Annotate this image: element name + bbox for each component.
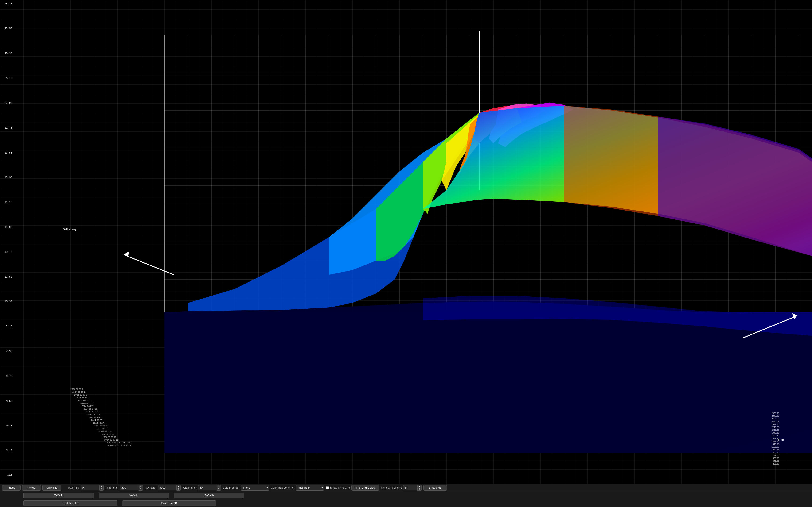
time-grid-width-spinner[interactable]: 5 ▲ ▼ (403, 485, 421, 491)
roi-min-spinner[interactable]: 0 ▲ ▼ (81, 485, 104, 491)
colormap-select[interactable]: gist_ncar jet viridis plasma hot cool (296, 485, 324, 491)
y-axis-tick: 60.78 (5, 375, 12, 378)
x-axis-date: 2024-06-27 1: (70, 388, 131, 390)
svg-marker-64 (123, 251, 129, 257)
wave-axis-tick: 1949.35 (771, 432, 779, 434)
x-calib-button[interactable]: X-Calib (23, 493, 94, 498)
x-axis-date: 2024-06-27 11: (99, 430, 131, 433)
wave-bins-up[interactable]: ▲ (217, 485, 221, 488)
wave-axis-tick: 749.75 (772, 454, 779, 457)
y-axis-tick: 75.98 (5, 350, 12, 352)
wave-axis-tick: 599.80 (772, 457, 779, 459)
x-axis-date: 2024-06-27 1: (93, 422, 131, 424)
time-bins-group: Time bins: 300 ▲ ▼ (105, 485, 143, 491)
colormap-group: Colormap scheme: gist_ncar jet viridis p… (271, 485, 324, 491)
roi-size-up[interactable]: ▲ (176, 485, 181, 488)
pause-button[interactable]: Pause (2, 485, 21, 491)
y-axis-tick: 30.38 (5, 425, 12, 427)
svg-line-63 (127, 256, 174, 275)
time-grid-width-label: Time Grid Width: (381, 486, 402, 490)
time-grid-width-input[interactable]: 5 (403, 485, 417, 490)
show-time-grid-label[interactable]: Show Time Grid (330, 486, 350, 490)
roi-size-input[interactable]: 3000 (158, 485, 176, 490)
wave-bins-spinner[interactable]: 40 ▲ ▼ (198, 485, 221, 491)
calc-method-label: Calc method: (223, 486, 240, 490)
x-axis-date: 2024-06-27 1: (89, 416, 131, 418)
y-axis-tick: 258.38 (5, 52, 12, 55)
controls-bar: Pause Pickle UnPickle ROI min: 0 ▲ ▼ Tim… (0, 484, 812, 507)
x-axis-date: 2024-06-27 1: (76, 396, 131, 399)
roi-min-input[interactable]: 0 (81, 485, 99, 490)
x-axis-dates: 2024-06-27 1:2024-06-27 1:2024-06-27 1:2… (70, 388, 131, 446)
y-axis-tick: 15.18 (5, 449, 12, 452)
roi-size-group: ROI size: 3000 ▲ ▼ (145, 485, 181, 491)
time-bins-down[interactable]: ▼ (139, 488, 143, 491)
time-grid-colour-button[interactable]: Time Grid Colour (352, 485, 379, 491)
calc-method-group: Calc method: None Mean Max Sum (223, 485, 269, 491)
wave-axis-tick: 1049.65 (771, 449, 779, 451)
time-grid-width-up[interactable]: ▲ (417, 485, 421, 488)
wave-axis-tick: 2399.20 (771, 423, 779, 426)
snapshot-button[interactable]: Snapshot! (423, 485, 447, 491)
roi-min-label: ROI min: (68, 486, 79, 490)
y-axis-tick: 136.78 (5, 251, 12, 253)
y-axis-tick: 0.02 (5, 474, 12, 477)
roi-size-down[interactable]: ▼ (176, 488, 181, 491)
time-grid-width-down[interactable]: ▼ (417, 488, 421, 491)
roi-size-spinner[interactable]: 3000 ▲ ▼ (158, 485, 181, 491)
wave-bins-label: Wave bins: (183, 486, 196, 490)
y-axis-tick: 167.18 (5, 201, 12, 204)
roi-size-label: ROI size: (145, 486, 156, 490)
wave-axis-tick: 2699.10 (771, 417, 779, 420)
show-time-grid-group: Show Time Grid (326, 486, 350, 490)
wave-bins-group: Wave bins: 40 ▲ ▼ (183, 485, 221, 491)
switch-2d-button[interactable]: Switch to 2D (122, 500, 216, 506)
snapshot-group: Snapshot! (423, 485, 447, 491)
wave-bins-input[interactable]: 40 (198, 485, 217, 490)
z-calib-button[interactable]: Z-Calib (174, 493, 244, 498)
wave-axis-tick: 899.70 (772, 451, 779, 454)
wf-array-label-group: WF array (61, 227, 77, 231)
colormap-label: Colormap scheme: (271, 486, 295, 490)
time-bins-up[interactable]: ▲ (139, 485, 143, 488)
y-axis-tick: 91.18 (5, 325, 12, 328)
time-grid-width-group: Time Grid Width: 5 ▲ ▼ (381, 485, 422, 491)
show-time-grid-checkbox[interactable] (326, 486, 329, 490)
calc-method-select[interactable]: None Mean Max Sum (241, 485, 269, 491)
wave-axis-tick: 2549.15 (771, 420, 779, 423)
controls-row-1: Pause Pickle UnPickle ROI min: 0 ▲ ▼ Tim… (0, 484, 812, 492)
y-axis-tick: 243.18 (5, 77, 12, 79)
y-calib-button[interactable]: Y-Calib (99, 493, 169, 498)
wave-axis-labels: 2999.902849.052699.102549.152399.202249.… (771, 412, 779, 465)
roi-min-up[interactable]: ▲ (99, 485, 104, 488)
x-axis-date: 2024-06-27 1: (78, 399, 131, 402)
switch-1d-button[interactable]: Switch to 1D (23, 500, 117, 506)
roi-min-group: ROI min: 0 ▲ ▼ (68, 485, 103, 491)
wave-axis-tick: 1499.50 (771, 440, 779, 443)
roi-min-down[interactable]: ▼ (99, 488, 104, 491)
time-bins-input[interactable]: 300 (120, 485, 139, 490)
y-axis-tick: 212.78 (5, 126, 12, 129)
y-axis-tick: 121.58 (5, 276, 12, 278)
wave-bins-down[interactable]: ▼ (217, 488, 221, 491)
unpickle-button[interactable]: UnPickle (42, 485, 61, 491)
wave-axis-tick: 2249.25 (771, 426, 779, 429)
pickle-button[interactable]: Pickle (22, 485, 41, 491)
x-axis-date: 2024-06-27 1: (82, 405, 131, 407)
controls-row-2: X-Calib Y-Calib Z-Calib (0, 492, 812, 500)
y-axis-labels: 288.78273.58258.38243.18227.98212.78197.… (5, 0, 12, 479)
wave-axis-tick: 2099.30 (771, 429, 779, 431)
x-axis-date: 2024-06-27 1: (86, 410, 131, 413)
y-axis-tick: 106.38 (5, 300, 12, 303)
x-axis-date: 2024-06-27 1: (84, 408, 131, 410)
time-bins-spinner[interactable]: 300 ▲ ▼ (120, 485, 143, 491)
x-axis-date: 2024-06-27 1: (74, 394, 131, 396)
y-axis-tick: 273.58 (5, 27, 12, 30)
wf-array-text: WF array (63, 227, 77, 231)
y-axis-tick: 288.78 (5, 2, 12, 5)
x-axis-date: 2024-06-27 1: (87, 413, 131, 416)
x-axis-date: 2024-06-27 1: (95, 425, 131, 427)
action-buttons-group: Pause Pickle UnPickle (2, 485, 61, 491)
x-axis-date: 2024-06-27 1: (91, 419, 131, 421)
wave-axis-tick: 1199.60 (771, 446, 779, 448)
